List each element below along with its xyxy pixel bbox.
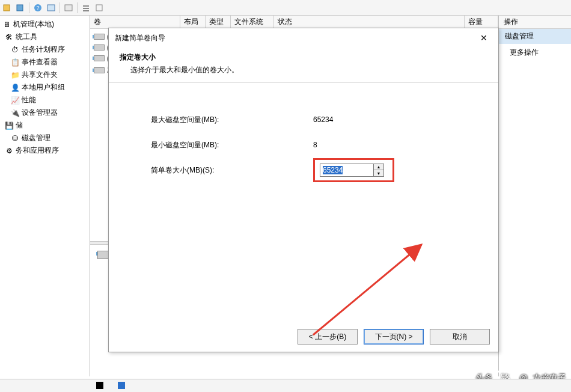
tree-perf[interactable]: 📈性能: [0, 94, 90, 106]
actions-context[interactable]: 磁盘管理: [499, 29, 571, 44]
tree-event[interactable]: 📋事件查看器: [0, 56, 90, 69]
col-status[interactable]: 状态: [274, 16, 465, 28]
value-max: 65234: [313, 115, 333, 124]
share-icon: 📁: [11, 71, 19, 79]
storage-icon: 💾: [5, 121, 13, 130]
nav-tree: 🖥机管理(本地) 🛠统工具 ⏱任务计划程序 📋事件查看器 📁共享文件夹 👤本地用…: [0, 16, 90, 376]
dialog-header: 指定卷大小 选择介于最大和最小值的卷大小。: [109, 47, 498, 83]
value-min: 8: [313, 141, 317, 149]
folder-icon: 🛠: [5, 33, 13, 41]
nav-forward-icon[interactable]: [16, 3, 25, 13]
form-icon[interactable]: [94, 3, 104, 13]
actions-heading: 操作: [499, 16, 571, 29]
nav-back-icon[interactable]: [2, 3, 12, 13]
tree-label: 事件查看器: [22, 57, 58, 67]
col-fs[interactable]: 文件系统: [231, 16, 274, 28]
disk-icon: ⛁: [11, 134, 19, 142]
svg-rect-9: [96, 5, 102, 11]
legend-unalloc: [96, 382, 106, 390]
actions-panel: 操作 磁盘管理 更多操作: [499, 16, 571, 376]
row-min: 最小磁盘空间量(MB): 8: [151, 132, 498, 158]
toolbar-sep: [77, 2, 78, 13]
row-max: 最大磁盘空间量(MB): 65234: [151, 107, 498, 132]
volume-icon: [94, 34, 105, 40]
label-min: 最小磁盘空间量(MB):: [151, 140, 313, 150]
svg-rect-8: [83, 10, 89, 11]
tree-label: 设备管理器: [22, 108, 58, 118]
toolbar: ?: [0, 0, 571, 16]
label-max: 最大磁盘空间量(MB):: [151, 115, 313, 125]
spin-up[interactable]: ▲: [374, 164, 383, 170]
dialog-title: 新建简单卷向导: [115, 33, 165, 43]
size-input[interactable]: [320, 164, 373, 176]
dialog-footer: < 上一步(B) 下一页(N) > 取消: [298, 329, 490, 345]
tree-root[interactable]: 🖥机管理(本地): [0, 18, 90, 31]
status-bar: [0, 379, 571, 392]
tree-label: 统工具: [16, 32, 37, 42]
svg-text:?: ?: [36, 5, 39, 11]
close-button[interactable]: ✕: [475, 31, 492, 44]
tree-label: 本地用户和组: [22, 82, 65, 93]
row-size: 简单卷大小(MB)(S): ▲ ▼: [151, 158, 498, 183]
tree-systools[interactable]: 🛠统工具: [0, 31, 90, 43]
clock-icon: ⏱: [11, 46, 19, 54]
tree-label: 性能: [22, 95, 36, 105]
services-icon: ⚙: [5, 147, 13, 155]
dialog-subheading: 选择介于最大和最小值的卷大小。: [120, 63, 487, 75]
tree-label: 共享文件夹: [22, 70, 58, 80]
spin-down[interactable]: ▼: [374, 170, 383, 176]
col-volume[interactable]: 卷: [90, 16, 180, 28]
event-icon: 📋: [11, 58, 19, 67]
users-icon: 👤: [11, 84, 19, 92]
actions-more[interactable]: 更多操作: [499, 44, 571, 61]
svg-rect-0: [4, 5, 10, 11]
list-icon[interactable]: [81, 3, 91, 13]
tree-label: 务和应用程序: [16, 145, 59, 156]
refresh-icon[interactable]: [64, 3, 73, 13]
tree-services[interactable]: ⚙务和应用程序: [0, 144, 90, 157]
highlight-box: ▲ ▼: [313, 158, 394, 182]
svg-rect-6: [83, 5, 89, 7]
dialog-titlebar: 新建简单卷向导 ✕: [109, 28, 498, 47]
computer-icon: 🖥: [2, 20, 11, 29]
next-button[interactable]: 下一页(N) >: [364, 329, 424, 345]
svg-rect-4: [47, 5, 55, 11]
svg-rect-1: [17, 5, 23, 11]
size-spinner: ▲ ▼: [320, 164, 384, 177]
back-button[interactable]: < 上一步(B): [298, 329, 358, 345]
tree-task[interactable]: ⏱任务计划程序: [0, 43, 90, 56]
svg-line-10: [313, 245, 421, 335]
tree-label: 任务计划程序: [22, 44, 65, 55]
svg-rect-7: [83, 8, 89, 9]
device-icon: 🔌: [11, 109, 19, 117]
label-size: 简单卷大小(MB)(S):: [151, 165, 313, 176]
volume-icon: [94, 55, 105, 61]
cancel-button[interactable]: 取消: [430, 329, 490, 345]
dialog-body: 最大磁盘空间量(MB): 65234 最小磁盘空间量(MB): 8 简单卷大小(…: [109, 83, 498, 183]
annotation-arrow-icon: [307, 239, 439, 341]
wizard-dialog: 新建简单卷向导 ✕ 指定卷大小 选择介于最大和最小值的卷大小。 最大磁盘空间量(…: [108, 28, 499, 352]
col-layout[interactable]: 布局: [180, 16, 206, 28]
legend-primary: [118, 382, 127, 390]
tree-devmgr[interactable]: 🔌设备管理器: [0, 106, 90, 119]
tree-users[interactable]: 👤本地用户和组: [0, 81, 90, 94]
view-icon[interactable]: [46, 3, 56, 13]
tree-storage[interactable]: 💾储: [0, 119, 90, 132]
svg-rect-5: [65, 5, 72, 11]
toolbar-sep: [29, 2, 29, 13]
volume-icon: [94, 44, 105, 51]
col-cap[interactable]: 容量: [465, 16, 498, 28]
volume-columns: 卷 布局 类型 文件系统 状态 容量: [90, 16, 498, 29]
dialog-heading: 指定卷大小: [120, 52, 487, 63]
tree-share[interactable]: 📁共享文件夹: [0, 69, 90, 81]
tree-label: 储: [16, 120, 23, 130]
help-icon[interactable]: ?: [33, 3, 43, 13]
perf-icon: 📈: [11, 96, 19, 105]
volume-icon: [94, 67, 105, 73]
tree-label: 磁盘管理: [22, 133, 50, 143]
tree-label: 机管理(本地): [13, 19, 54, 29]
tree-diskmgmt[interactable]: ⛁磁盘管理: [0, 132, 90, 144]
spin-buttons: ▲ ▼: [373, 164, 383, 176]
col-type[interactable]: 类型: [206, 16, 231, 28]
toolbar-sep: [60, 2, 60, 13]
